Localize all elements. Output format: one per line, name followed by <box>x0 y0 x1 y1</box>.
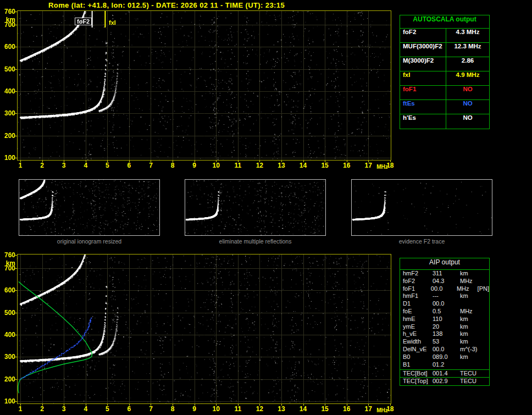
x-axis-tick-mark <box>238 161 239 162</box>
aip-param-value: 00.0 <box>433 346 460 353</box>
x-axis-tick-mark <box>390 404 391 406</box>
x-axis-tick-mark <box>347 161 347 162</box>
x-axis-tick-mark <box>325 161 325 162</box>
x-axis-tick-mark <box>42 161 43 162</box>
aip-param-unit: km <box>460 338 482 346</box>
y-axis-tick-label: 400 <box>1 331 15 339</box>
aip-param-note <box>482 308 489 316</box>
aip-param-unit: km <box>460 292 482 300</box>
autoscala-row: fxI4.9 MHz <box>400 71 489 86</box>
aip-param-value: 089.0 <box>433 353 460 361</box>
aip-param-unit: km <box>460 353 482 361</box>
fxI-marker-label: fxI <box>109 19 116 26</box>
autoscala-param-label: ftEs <box>400 100 446 114</box>
aip-row: foE0.5MHz <box>400 308 489 316</box>
x-axis-tick-mark <box>107 161 108 162</box>
aip-param-note <box>482 346 489 353</box>
aip-row: B0089.0km <box>400 353 489 361</box>
y-axis-unit-label: km <box>1 259 15 267</box>
aip-param-value: 01.2 <box>433 361 460 369</box>
autoscala-row: foF24.3 MHz <box>400 29 489 43</box>
y-axis-tick-label: 300 <box>1 353 15 361</box>
aip-table-title: AIP output <box>400 258 489 270</box>
x-axis-tick-mark <box>151 404 151 406</box>
x-axis-tick-mark <box>86 404 86 406</box>
autoscala-param-label: foF2 <box>400 29 446 42</box>
y-axis-tick-mark <box>15 379 17 380</box>
x-axis-tick-mark <box>129 404 130 406</box>
aip-param-note: [PN] <box>478 285 489 293</box>
y-axis-tick-mark <box>15 25 17 25</box>
thumbnail-caption-original: original ionogram resized <box>19 238 160 245</box>
y-axis-tick-label: 200 <box>1 132 15 140</box>
y-axis-tick-mark <box>15 12 17 12</box>
x-axis-tick-label: 3 <box>58 162 70 169</box>
aip-row: Ewidth53km <box>400 338 489 346</box>
aip-param-unit <box>460 361 482 369</box>
autoscala-row: foF1NO <box>400 86 489 100</box>
aip-param-note <box>482 300 489 308</box>
y-axis-tick-mark <box>15 113 17 114</box>
x-axis-tick-mark <box>259 161 260 162</box>
thumbnail-original-canvas <box>19 180 159 235</box>
foF2-marker-label: foF2 <box>75 18 92 25</box>
autoscala-param-label: MUF(3000)F2 <box>400 43 446 57</box>
y-axis-tick-mark <box>15 136 17 136</box>
aip-param-name: foE <box>403 308 433 316</box>
x-axis-tick-label: 9 <box>189 162 201 169</box>
y-axis-tick-mark <box>15 401 17 402</box>
x-axis-tick-mark <box>173 161 173 162</box>
aip-param-note <box>482 316 489 323</box>
aip-row: hmE110km <box>400 316 489 323</box>
aip-param-note <box>482 292 489 300</box>
x-axis-tick-label: 2 <box>36 405 48 413</box>
y-axis-tick-label: 600 <box>1 286 15 294</box>
aip-param-note <box>482 353 489 361</box>
x-axis-tick-label: 3 <box>58 405 70 413</box>
aip-param-value: 00.0 <box>433 300 460 308</box>
y-axis-tick-label: 100 <box>1 397 15 405</box>
aip-param-note <box>482 338 489 346</box>
x-axis-tick-mark <box>368 404 369 406</box>
bottom-ionogram-canvas <box>18 254 391 403</box>
aip-row: D100.0 <box>400 300 489 308</box>
aip-param-unit: km <box>460 270 482 278</box>
aip-param-unit: MHz <box>460 278 482 285</box>
x-axis-tick-label: 8 <box>167 405 179 413</box>
aip-row: foF204.3MHz <box>400 278 489 285</box>
x-axis-tick-mark <box>259 404 260 406</box>
aip-param-value: 311 <box>433 270 460 278</box>
autoscala-row: h'EsNO <box>400 114 489 129</box>
autoscala-table-title: AUTOSCALA output <box>400 15 489 29</box>
x-axis-tick-mark <box>42 404 43 406</box>
autoscala-param-value: 12.3 MHz <box>446 43 489 57</box>
x-axis-tick-label: 15 <box>319 162 331 169</box>
x-axis-tick-label: 6 <box>123 162 135 169</box>
x-axis-tick-mark <box>303 161 304 162</box>
x-axis-tick-label: 16 <box>341 162 353 169</box>
x-axis-tick-label: 4 <box>80 162 92 169</box>
x-axis-tick-label: 10 <box>210 405 222 413</box>
tec-name: TEC[Bot] <box>403 370 433 377</box>
y-axis-tick-mark <box>15 255 17 256</box>
autoscala-param-value: NO <box>446 100 489 114</box>
aip-param-name: hmF2 <box>403 270 433 278</box>
aip-output-table: AIP output hmF2311kmfoF204.3MHzfoF100.0M… <box>400 258 490 386</box>
autoscala-table-rows: foF24.3 MHzMUF(3000)F212.3 MHzM(3000)F22… <box>400 29 489 129</box>
aip-param-note <box>482 270 489 278</box>
tec-value: 001.4 <box>433 370 460 377</box>
aip-param-value: 138 <box>433 330 460 338</box>
aip-param-value: 110 <box>433 316 460 323</box>
aip-param-value: 00.0 <box>431 285 457 293</box>
x-axis-tick-mark <box>107 404 108 406</box>
x-axis-tick-label: 17 <box>362 162 374 169</box>
x-axis-tick-label: 1 <box>14 162 26 169</box>
thumbnail-original-ionogram <box>19 179 160 236</box>
x-axis-tick-label: 5 <box>101 405 113 413</box>
x-axis-tick-mark <box>303 404 304 406</box>
x-axis-tick-mark <box>20 161 21 162</box>
autoscala-param-label: fxI <box>400 71 446 85</box>
autoscala-window: Rome (lat: +41.8, lon: 012.5) - DATE: 20… <box>0 0 532 415</box>
aip-param-name: B0 <box>403 353 433 361</box>
aip-param-note <box>482 361 489 369</box>
